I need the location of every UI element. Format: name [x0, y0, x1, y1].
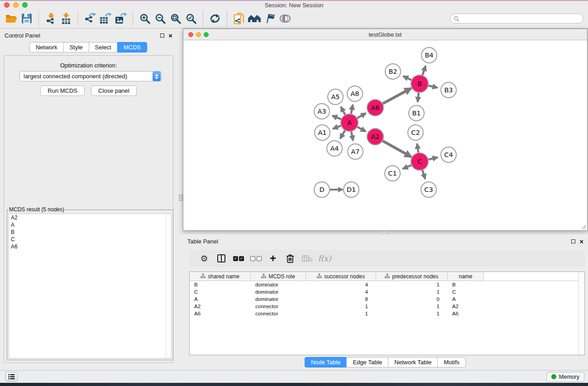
- search-input[interactable]: [461, 15, 583, 22]
- column-header-shared-name[interactable]: shared name: [190, 272, 251, 281]
- column-header-predecessor-nodes[interactable]: predecessor nodes: [376, 272, 448, 281]
- clone-network-icon[interactable]: [231, 10, 247, 27]
- zoom-in-icon[interactable]: [137, 10, 153, 27]
- memory-button[interactable]: Memory: [546, 372, 584, 382]
- mcds-result-item[interactable]: A: [9, 221, 171, 229]
- mcds-result-item[interactable]: A6: [9, 243, 171, 250]
- graph-node-C2[interactable]: C2: [408, 125, 423, 140]
- graph-edge-A2-C[interactable]: [383, 141, 411, 157]
- column-header-MCDS-role[interactable]: MCDS role: [251, 272, 306, 281]
- mcds-list-scrollbar[interactable]: [165, 214, 171, 358]
- graph-node-B4[interactable]: B4: [421, 48, 437, 63]
- select-all-columns-icon[interactable]: ✓✓: [230, 252, 247, 265]
- float-panel-icon[interactable]: [160, 33, 164, 38]
- cell-shared-name[interactable]: B: [190, 282, 251, 287]
- close-panel-icon[interactable]: ×: [168, 33, 172, 38]
- graph-edge-A6-B[interactable]: [383, 88, 411, 104]
- resize-grip-icon[interactable]: [580, 223, 586, 229]
- cell-predecessor-nodes[interactable]: 1: [376, 311, 448, 316]
- graph-edge-A-A6[interactable]: [357, 113, 366, 118]
- network-canvas[interactable]: ABCA6A2A5A8A3A1A4A7B2B4B3B1C2C4C1C3DD1: [183, 40, 587, 230]
- graph-node-B2[interactable]: B2: [385, 64, 401, 79]
- graph-node-A2[interactable]: A2: [367, 129, 383, 145]
- cell-name[interactable]: B: [448, 282, 484, 287]
- graph-node-A1[interactable]: A1: [315, 125, 330, 140]
- search-field[interactable]: [450, 14, 583, 24]
- table-row[interactable]: Adominator80A: [190, 295, 584, 303]
- cell-successor-nodes[interactable]: 1: [306, 311, 376, 316]
- tab-mcds[interactable]: MCDS: [117, 42, 147, 52]
- criterion-dropdown[interactable]: largest connected component (directed): [19, 71, 162, 81]
- graph-node-C1[interactable]: C1: [385, 166, 400, 181]
- graph-node-B[interactable]: B: [411, 75, 428, 92]
- graph-node-A6[interactable]: A6: [367, 100, 383, 116]
- hide-details-icon[interactable]: [262, 10, 277, 27]
- graph-node-A7[interactable]: A7: [348, 144, 363, 159]
- graph-edge-C-C2[interactable]: [417, 144, 418, 152]
- cell-name[interactable]: A2: [448, 304, 484, 309]
- cell-successor-nodes[interactable]: 4: [306, 289, 376, 295]
- graph-node-D1[interactable]: D1: [344, 182, 359, 197]
- graph-edge-A-A3[interactable]: [332, 115, 341, 119]
- graph-edge-A-A7[interactable]: [351, 132, 353, 141]
- graph-edge-B-B3[interactable]: [429, 86, 438, 87]
- add-column-icon[interactable]: +: [264, 252, 282, 265]
- export-image-icon[interactable]: [113, 10, 129, 27]
- close-table-panel-icon[interactable]: ×: [579, 239, 583, 243]
- graph-node-C[interactable]: C: [411, 153, 428, 170]
- mcds-result-item[interactable]: A2: [9, 214, 171, 221]
- open-session-icon[interactable]: [4, 10, 19, 27]
- first-neighbors-icon[interactable]: [207, 10, 223, 27]
- tab-network[interactable]: Network: [29, 42, 64, 52]
- save-session-icon[interactable]: [19, 10, 34, 27]
- graph-node-C3[interactable]: C3: [421, 182, 436, 197]
- column-header-successor-nodes[interactable]: successor nodes: [306, 272, 376, 281]
- cell-MCDS-role[interactable]: dominator: [251, 282, 306, 287]
- vertical-splitter-handle[interactable]: [179, 195, 183, 201]
- table-row[interactable]: A2connector11A2: [190, 303, 584, 310]
- show-columns-icon[interactable]: [213, 252, 230, 265]
- cell-shared-name[interactable]: A6: [190, 311, 251, 316]
- delete-column-icon[interactable]: [282, 252, 299, 265]
- float-table-panel-icon[interactable]: [571, 239, 575, 243]
- import-table-icon[interactable]: [58, 10, 74, 27]
- cell-predecessor-nodes[interactable]: 1: [376, 282, 448, 287]
- graph-edge-A-A2[interactable]: [358, 127, 366, 132]
- graph-edge-A-A8[interactable]: [351, 105, 353, 114]
- network-window-titlebar[interactable]: testGlobe.txt: [183, 29, 587, 40]
- cell-MCDS-role[interactable]: dominator: [251, 289, 306, 295]
- cell-successor-nodes[interactable]: 4: [306, 282, 376, 287]
- eye-icon[interactable]: [277, 10, 293, 27]
- graph-node-A3[interactable]: A3: [314, 104, 330, 119]
- graph-edge-A-A5[interactable]: [341, 107, 345, 114]
- cell-successor-nodes[interactable]: 8: [306, 296, 376, 302]
- tab-node-table[interactable]: Node Table: [305, 357, 347, 367]
- cell-name[interactable]: A6: [448, 311, 484, 316]
- unselect-all-columns-icon[interactable]: [247, 252, 264, 265]
- cell-shared-name[interactable]: C: [190, 289, 251, 295]
- graph-node-C4[interactable]: C4: [441, 147, 456, 162]
- graph-node-A[interactable]: A: [341, 114, 358, 131]
- graph-node-B1[interactable]: B1: [409, 105, 424, 121]
- table-row[interactable]: Cdominator41C: [190, 288, 584, 295]
- cell-MCDS-role[interactable]: connector: [251, 304, 306, 309]
- graph-edge-B-B4[interactable]: [422, 66, 425, 75]
- tab-style[interactable]: Style: [63, 42, 89, 52]
- run-mcds-button[interactable]: Run MCDS: [40, 86, 85, 96]
- tab-select[interactable]: Select: [89, 42, 118, 52]
- cell-predecessor-nodes[interactable]: 1: [376, 289, 448, 295]
- tab-network-table[interactable]: Network Table: [388, 357, 438, 367]
- graph-node-A4[interactable]: A4: [327, 141, 342, 156]
- import-network-icon[interactable]: [43, 10, 58, 27]
- tab-edge-table[interactable]: Edge Table: [346, 357, 388, 367]
- cell-MCDS-role[interactable]: connector: [251, 311, 306, 316]
- graph-node-A5[interactable]: A5: [328, 89, 343, 105]
- graph-edge-C-C3[interactable]: [422, 170, 425, 179]
- graph-node-B3[interactable]: B3: [441, 82, 456, 98]
- graph-edge-A-A4[interactable]: [340, 130, 345, 138]
- graph-edge-B-B1[interactable]: [418, 93, 419, 102]
- table-scrollbar[interactable]: [578, 272, 584, 355]
- export-network-icon[interactable]: [82, 10, 98, 27]
- cell-name[interactable]: A: [448, 296, 484, 302]
- mcds-result-list[interactable]: A2ABCA6: [9, 214, 172, 358]
